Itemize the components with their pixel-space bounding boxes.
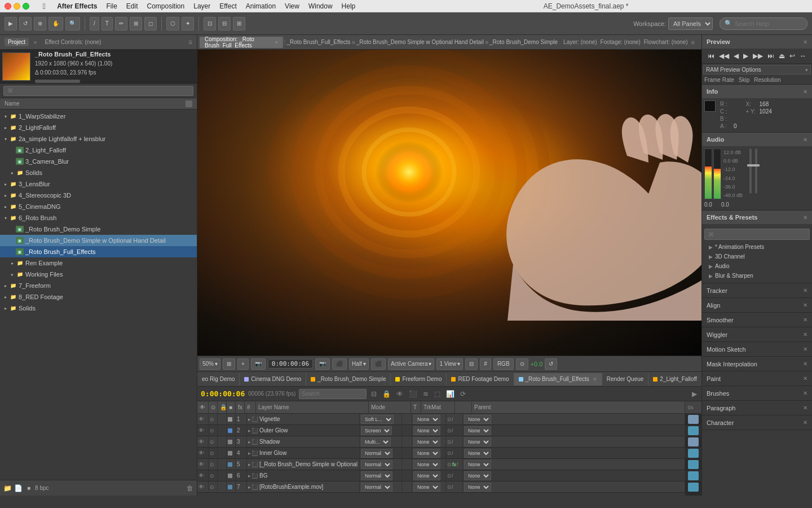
col-mode-2[interactable]: Screen: [360, 425, 402, 436]
tab-light-falloff[interactable]: 2_Light_Falloff: [648, 373, 701, 386]
project-search-input[interactable]: [3, 86, 193, 96]
fx-animation-presets[interactable]: ▶ * Animation Presets: [704, 242, 810, 252]
preview-header[interactable]: Preview ✕: [702, 35, 812, 49]
mode-select-7[interactable]: Normal: [361, 483, 392, 492]
col-parent-5[interactable]: None: [463, 459, 685, 470]
col-trkmat-7[interactable]: None: [412, 481, 446, 492]
col-solo-1[interactable]: ⊙: [209, 414, 218, 424]
layer-row-4[interactable]: 👁 ⊙ 4 ▸ ⬛ Inner Glow Normal None ⊙ /: [197, 448, 685, 459]
project-tab[interactable]: Project: [5, 38, 29, 46]
parent-select-6[interactable]: None: [464, 471, 491, 480]
col-lock-6[interactable]: [218, 470, 227, 481]
tree-item-3[interactable]: ▾📁2a_simple Lightfalloff + lensblur: [0, 133, 197, 144]
tool-brush[interactable]: ✏: [115, 17, 127, 30]
tree-item-14[interactable]: ▸📁Ren Example: [0, 257, 197, 269]
col-solo-2[interactable]: ⊙: [209, 425, 218, 436]
mode-select-3[interactable]: Multi...: [361, 437, 391, 446]
mode-select-5[interactable]: Normal: [361, 460, 392, 469]
menu-help[interactable]: Help: [342, 2, 356, 10]
smoother-section[interactable]: Smoother ✕: [702, 313, 812, 327]
tracker-close[interactable]: ✕: [803, 287, 807, 294]
quality-dropdown[interactable]: Half ▾: [349, 358, 369, 370]
layer-row-1[interactable]: 👁 ⊙ 1 ▸ ⬛ Vignette Soft L... None ⊙ /: [197, 414, 685, 425]
menu-window[interactable]: Window: [308, 2, 333, 10]
audio-slider-left[interactable]: [749, 148, 752, 194]
col-trkmat-2[interactable]: None: [412, 425, 446, 436]
ram-preview-row[interactable]: RAM Preview Options ▾: [703, 65, 811, 75]
col-solo-4[interactable]: ⊙: [209, 448, 218, 458]
shy-btn[interactable]: 👁: [395, 390, 404, 398]
effect-controls-tab[interactable]: Effect Controls: (none): [42, 38, 105, 46]
tool-clone[interactable]: ⊞: [130, 17, 142, 30]
track-row-1[interactable]: [685, 414, 701, 425]
mask-interpolation-section[interactable]: Mask Interpolation ✕: [702, 357, 812, 371]
tool-roto[interactable]: ⬡: [166, 17, 179, 30]
tree-item-1[interactable]: ▾📁1_WarpStabilizer: [0, 111, 197, 122]
menu-animation[interactable]: Animation: [246, 2, 276, 10]
slider-right-thumb[interactable]: [753, 164, 760, 167]
channel-btn[interactable]: RGB: [493, 358, 514, 370]
mode-select-4[interactable]: Normal: [361, 449, 392, 458]
paragraph-close[interactable]: ✕: [803, 405, 807, 411]
layer-row-7[interactable]: 👁 ⊙ 7 ▸ ⬛ [RotoBrushExample.mov] Normal …: [197, 481, 685, 493]
col-parent-7[interactable]: None: [463, 481, 685, 492]
draft-btn[interactable]: ⬛: [408, 390, 418, 398]
live-update-btn[interactable]: ⟳: [459, 390, 467, 398]
pingpong-btn[interactable]: ↔: [798, 51, 807, 61]
col-t-5[interactable]: [402, 459, 412, 470]
prev-frame-btn[interactable]: ◀◀: [718, 51, 730, 61]
app-name[interactable]: After Effects: [57, 2, 97, 10]
comp-icon-btn[interactable]: ⊟: [370, 390, 378, 398]
col-eye-1[interactable]: 👁: [197, 414, 209, 424]
timeline-time[interactable]: 0:00:00:06: [201, 389, 245, 398]
fx-3d-channel[interactable]: ▶ 3D Channel: [704, 252, 810, 261]
tracker-section[interactable]: Tracker ✕: [702, 283, 812, 298]
tree-item-2[interactable]: ▸📁2_LightFalloff: [0, 122, 197, 133]
mask-interpolation-close[interactable]: ✕: [803, 361, 807, 367]
trkmat-select-3[interactable]: None: [413, 437, 440, 446]
tree-item-10[interactable]: ▾📁6_Roto Brush: [0, 212, 197, 224]
menu-file[interactable]: File: [106, 2, 117, 10]
tree-item-6[interactable]: ▸📁Solids: [0, 167, 197, 178]
layer-row-5[interactable]: 👁 ⊙ 5 ▸ ⬛ [_Roto Brush_Demo Simple w Opt…: [197, 459, 685, 470]
col-eye-4[interactable]: 👁: [197, 448, 209, 458]
tab-render-queue[interactable]: Render Queue: [602, 373, 649, 386]
minimize-button[interactable]: [14, 3, 20, 10]
loop-btn[interactable]: ↩: [788, 51, 796, 61]
tree-item-13[interactable]: ▣_Roto Brush_Full_Effects: [0, 246, 197, 257]
audio-header[interactable]: Audio ✕: [702, 133, 812, 146]
fit-btn[interactable]: ⊞: [223, 358, 235, 370]
col-trkmat-4[interactable]: None: [412, 448, 446, 458]
wiggler-close[interactable]: ✕: [803, 331, 807, 338]
tab-freeform[interactable]: Freeform Demo: [391, 373, 447, 386]
next-btn[interactable]: ▶▶: [752, 51, 764, 61]
tree-item-4[interactable]: ▣2_Light_Falloff: [0, 144, 197, 156]
col-lock-1[interactable]: [218, 414, 227, 424]
tab-cinema-dng[interactable]: Cinema DNG Demo: [240, 373, 306, 386]
menu-composition[interactable]: Composition: [147, 2, 185, 10]
tree-item-8[interactable]: ▸📁4_Stereoscopic 3D: [0, 190, 197, 201]
effects-presets-header[interactable]: Effects & Presets ✕: [702, 211, 812, 224]
parent-select-7[interactable]: None: [464, 483, 491, 492]
track-row-6[interactable]: [685, 470, 701, 481]
tab-roto-full[interactable]: _Roto Brush_Full_Effects: [286, 39, 350, 45]
fx-search-input[interactable]: [704, 229, 810, 240]
fx-blur-sharpen[interactable]: ▶ Blur & Sharpen: [704, 271, 810, 281]
trkmat-select-5[interactable]: None: [413, 460, 440, 469]
character-section[interactable]: Character ✕: [702, 415, 812, 430]
tab-roto-simple[interactable]: _Roto Brush_Demo Simple: [489, 39, 558, 45]
trkmat-select-4[interactable]: None: [413, 449, 440, 458]
parent-select-3[interactable]: None: [464, 437, 491, 446]
comp-dropdown-icon[interactable]: ▾: [275, 40, 278, 45]
fx-audio[interactable]: ▶ Audio: [704, 261, 810, 271]
view-layout-dropdown[interactable]: 1 View ▾: [436, 358, 463, 370]
track-row-7[interactable]: [685, 481, 701, 493]
col-t-6[interactable]: [402, 470, 412, 481]
col-solo-6[interactable]: ⊙: [209, 470, 218, 481]
tool-select[interactable]: ▶: [5, 17, 17, 30]
col-lock-3[interactable]: [218, 436, 227, 447]
col-lock-4[interactable]: [218, 448, 227, 458]
tab-roto-simple-detail[interactable]: _Roto Brush_Demo Simple w Optional Hand …: [356, 39, 484, 45]
first-frame-btn[interactable]: ⏮: [707, 51, 716, 61]
col-lock-7[interactable]: [218, 481, 227, 492]
